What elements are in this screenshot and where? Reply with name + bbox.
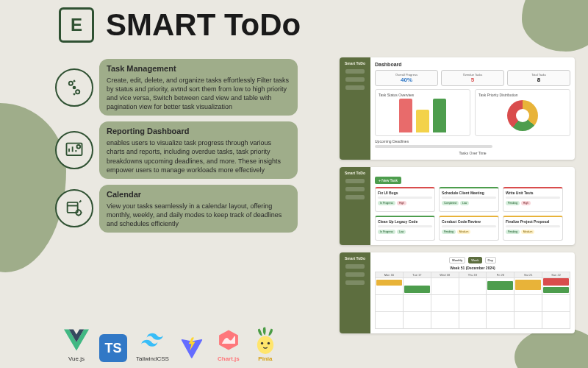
mock-stat-value: 40% <box>401 77 412 83</box>
calendar-day-header: Wed 18 <box>431 272 459 277</box>
mock-card-line <box>442 225 496 227</box>
mock-brand: Smart ToDo <box>345 171 365 175</box>
feature-title: Reporting Dashboard <box>107 126 290 137</box>
header: SMART ToDo <box>59 7 301 43</box>
mock-card-line <box>442 197 496 199</box>
status-pill: Completed <box>442 201 459 205</box>
feature-desc: View your tasks seamlessly in a calendar… <box>107 202 290 228</box>
tech-tailwind: TailwindCSS <box>136 326 169 362</box>
priority-pill: Medium <box>521 230 534 234</box>
mock-stat-value: 5 <box>471 77 474 83</box>
feature-task-management: Task Management Create, edit, delete, an… <box>55 59 298 116</box>
vite-icon <box>178 334 206 362</box>
calendar-cell <box>404 312 431 328</box>
tech-vite <box>178 334 206 362</box>
calendar-cell <box>514 278 542 294</box>
status-pill: Pending <box>506 201 520 205</box>
bar <box>416 110 429 132</box>
mock-nav-item <box>345 179 365 183</box>
chartjs-icon <box>215 326 243 354</box>
status-pill: Pending <box>442 230 456 234</box>
dashboard-icon <box>55 131 93 169</box>
feature-calendar: Calendar View your tasks seamlessly in a… <box>55 185 298 233</box>
mock-card-title: Write Unit Tests <box>506 191 560 195</box>
mock-bar-chart: Task Status Overview <box>375 89 470 136</box>
svg-point-4 <box>77 145 81 149</box>
mock-card-title: Clean Up Legacy Code <box>378 219 432 224</box>
mock-task-card: Finalize Project ProposalPendingMedium <box>503 216 563 241</box>
typescript-icon: TS <box>99 334 127 362</box>
mock-stat-value: 8 <box>537 77 540 83</box>
feature-list: Task Management Create, edit, delete, an… <box>55 59 298 233</box>
bar <box>399 99 412 132</box>
calendar-cell <box>404 278 431 294</box>
tech-label: Chart.js <box>218 355 240 362</box>
mock-task-card: Schedule Client MeetingCompletedLow <box>439 187 499 212</box>
calendar-cell <box>376 295 403 311</box>
vue-icon <box>62 326 90 354</box>
priority-pill: Low <box>397 230 406 234</box>
mock-pie-chart: Task Priority Distribution <box>475 89 570 136</box>
status-pill: In Progress <box>378 201 395 205</box>
calendar-title: Week 51 (December 2024) <box>375 266 570 270</box>
feature-title: Task Management <box>107 63 290 74</box>
calendar-cell <box>431 312 459 328</box>
tech-typescript: TS <box>99 334 127 362</box>
calendar-day-header: Sat 21 <box>514 272 542 277</box>
feature-desc: enables users to visualize task progress… <box>107 138 290 174</box>
feature-desc: Create, edit, delete, and organize tasks… <box>107 76 290 112</box>
svg-point-1 <box>76 90 79 93</box>
mock-task-card: Clean Up Legacy CodeIn ProgressLow <box>375 216 435 241</box>
people-idea-icon <box>55 68 93 107</box>
priority-pill: Medium <box>457 230 470 234</box>
bar <box>433 99 446 132</box>
pinia-icon <box>251 326 279 354</box>
priority-pill: High <box>521 201 531 205</box>
svg-point-8 <box>257 336 273 353</box>
mock-new-task-button: + New Task <box>375 177 401 184</box>
mock-card-title: Finalize Project Proposal <box>506 219 560 224</box>
mock-sidebar: Smart ToDo <box>340 167 370 245</box>
feature-reporting: Reporting Dashboard enables users to vis… <box>55 121 298 178</box>
calendar-view-tab: Monthly <box>449 257 465 263</box>
tech-stack: Vue.js TS TailwindCSS Chart.js Pinia <box>62 326 279 362</box>
decor-blob-bottom-right <box>514 328 588 368</box>
mock-nav-item <box>345 187 365 191</box>
calendar-day-header: Sun 22 <box>542 272 570 277</box>
mock-card-title: Conduct Code Review <box>442 219 496 224</box>
feature-title: Calendar <box>107 189 290 200</box>
mock-stat-card: Overall Progress40% <box>375 70 438 86</box>
calendar-day-header: Thu 19 <box>459 272 487 277</box>
status-pill: Pending <box>506 230 520 234</box>
calendar-cell <box>404 295 431 311</box>
calendar-cell <box>376 312 403 328</box>
mock-card-line <box>378 225 432 227</box>
mockup-calendar: Smart ToDo MonthlyWeekDay Week 51 (Decem… <box>340 252 575 333</box>
priority-pill: Low <box>460 201 469 205</box>
tech-label: Vue.js <box>68 355 85 362</box>
calendar-cell <box>542 278 570 294</box>
calendar-cell <box>487 295 514 311</box>
mock-nav-item <box>345 195 365 199</box>
tech-pinia: Pinia <box>251 326 279 362</box>
mock-task-card: Conduct Code ReviewPendingMedium <box>439 216 499 241</box>
status-pill: In Progress <box>378 230 395 234</box>
donut-icon <box>507 100 538 131</box>
mock-card-title: Fix UI Bugs <box>378 191 432 195</box>
calendar-cell <box>487 312 514 328</box>
calendar-cell <box>487 278 514 294</box>
calendar-cell <box>459 295 487 311</box>
calendar-event <box>404 286 430 293</box>
calendar-day-header: Fri 20 <box>487 272 514 277</box>
calendar-cell <box>542 295 570 311</box>
calendar-view-tab: Day <box>485 257 496 263</box>
mock-task-card: Write Unit TestsPendingHigh <box>503 187 563 212</box>
calendar-cell <box>459 312 487 328</box>
calendar-cell <box>514 295 542 311</box>
svg-point-2 <box>74 86 76 88</box>
mock-card-title: Schedule Client Meeting <box>442 191 496 195</box>
mock-brand: Smart ToDo <box>345 61 365 66</box>
mock-nav-item <box>345 264 365 269</box>
calendar-cell <box>431 278 459 294</box>
mock-card-line <box>506 225 560 227</box>
